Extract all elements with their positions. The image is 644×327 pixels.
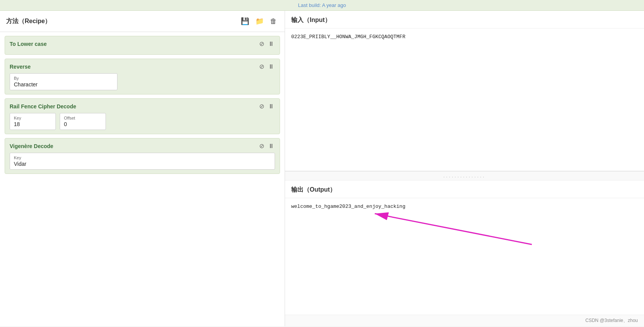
- credit-text: CSDN @3stefanie、zhou: [585, 318, 638, 323]
- op-controls: ⊘ ⏸: [258, 40, 275, 47]
- recipe-header: 方法（Recipe） 💾 📁 🗑: [0, 11, 285, 32]
- pause-vigenere-btn[interactable]: ⏸: [267, 143, 275, 150]
- save-button[interactable]: 💾: [239, 16, 251, 26]
- build-status: Last build: A year ago: [298, 2, 346, 8]
- rail-fence-key-field[interactable]: Key 18: [10, 113, 56, 130]
- output-title: 输出（Output）: [291, 186, 336, 193]
- rail-fence-offset-value: 0: [64, 121, 102, 127]
- input-value: 0223E_PRIIBLY__HONWA_JMGH_FGKCQAOQTMFR: [291, 34, 405, 40]
- rail-fence-key-value: 18: [14, 121, 52, 127]
- recipe-body: To Lower case ⊘ ⏸ Reverse ⊘ ⏸: [0, 32, 285, 326]
- empty-recipe-area: [0, 178, 285, 209]
- rail-fence-key-label: Key: [14, 116, 52, 120]
- recipe-title: 方法（Recipe）: [6, 17, 51, 25]
- rail-fence-offset-field[interactable]: Offset 0: [60, 113, 106, 130]
- right-panel: 输入（Input） 0223E_PRIIBLY__HONWA_JMGH_FGKC…: [285, 11, 644, 326]
- vigenere-key-field[interactable]: Key Vidar: [10, 153, 275, 170]
- reverse-by-value: Character: [14, 81, 113, 88]
- op-card-header: To Lower case ⊘ ⏸: [10, 40, 275, 47]
- input-header: 输入（Input）: [285, 11, 644, 29]
- op-card-rail-fence: Rail Fence Cipher Decode ⊘ ⏸ Key 18 Offs…: [5, 98, 280, 134]
- op-card-to-lower-case: To Lower case ⊘ ⏸: [5, 36, 280, 55]
- input-section: 输入（Input） 0223E_PRIIBLY__HONWA_JMGH_FGKC…: [285, 11, 644, 171]
- vigenere-key-value: Vidar: [14, 161, 271, 167]
- op-title-vigenere: Vigenère Decode: [10, 143, 53, 149]
- disable-reverse-btn[interactable]: ⊘: [258, 63, 265, 70]
- op-title-to-lower-case: To Lower case: [10, 41, 47, 47]
- disable-to-lower-btn[interactable]: ⊘: [258, 40, 265, 47]
- left-panel: 方法（Recipe） 💾 📁 🗑 To Lower case ⊘ ⏸: [0, 11, 285, 326]
- op-title-reverse: Reverse: [10, 64, 31, 70]
- output-value: welcome_to_hgame2023_and_enjoy_hacking: [291, 204, 405, 209]
- rail-fence-fields: Key 18 Offset 0: [10, 113, 275, 130]
- divider: ...............: [285, 171, 644, 180]
- op-card-header-reverse: Reverse ⊘ ⏸: [10, 63, 275, 70]
- pause-to-lower-btn[interactable]: ⏸: [267, 40, 275, 47]
- input-content[interactable]: 0223E_PRIIBLY__HONWA_JMGH_FGKCQAOQTMFR: [285, 29, 644, 171]
- rail-fence-offset-label: Offset: [64, 116, 102, 120]
- op-title-rail-fence: Rail Fence Cipher Decode: [10, 103, 76, 110]
- pause-rail-fence-btn[interactable]: ⏸: [267, 103, 275, 110]
- top-bar: Last build: A year ago: [0, 0, 644, 11]
- delete-button[interactable]: 🗑: [268, 17, 278, 26]
- disable-vigenere-btn[interactable]: ⊘: [258, 142, 265, 150]
- op-controls-rail-fence: ⊘ ⏸: [258, 103, 275, 110]
- op-controls-vigenere: ⊘ ⏸: [258, 142, 275, 150]
- vigenere-key-label: Key: [14, 155, 271, 160]
- input-title: 输入（Input）: [291, 17, 331, 23]
- recipe-toolbar: 💾 📁 🗑: [239, 16, 278, 26]
- open-folder-button[interactable]: 📁: [254, 16, 265, 26]
- reverse-by-field[interactable]: By Character: [10, 73, 117, 90]
- reverse-fields: By Character: [10, 73, 275, 90]
- disable-rail-fence-btn[interactable]: ⊘: [258, 103, 265, 110]
- op-card-header-vigenere: Vigenère Decode ⊘ ⏸: [10, 142, 275, 150]
- svg-line-1: [375, 214, 532, 244]
- op-card-vigenere: Vigenère Decode ⊘ ⏸ Key Vidar: [5, 138, 280, 174]
- op-card-reverse: Reverse ⊘ ⏸ By Character: [5, 59, 280, 94]
- pause-reverse-btn[interactable]: ⏸: [267, 63, 275, 70]
- op-controls-reverse: ⊘ ⏸: [258, 63, 275, 70]
- main-layout: 方法（Recipe） 💾 📁 🗑 To Lower case ⊘ ⏸: [0, 11, 644, 326]
- reverse-by-label: By: [14, 76, 113, 81]
- output-header: 输出（Output）: [285, 180, 644, 198]
- output-content[interactable]: welcome_to_hgame2023_and_enjoy_hacking: [285, 198, 644, 315]
- output-section: 输出（Output） welcome_to_hgame2023_and_enjo…: [285, 180, 644, 326]
- vigenere-fields: Key Vidar: [10, 153, 275, 170]
- footer-credit: CSDN @3stefanie、zhou: [285, 315, 644, 326]
- op-card-header-rail-fence: Rail Fence Cipher Decode ⊘ ⏸: [10, 103, 275, 110]
